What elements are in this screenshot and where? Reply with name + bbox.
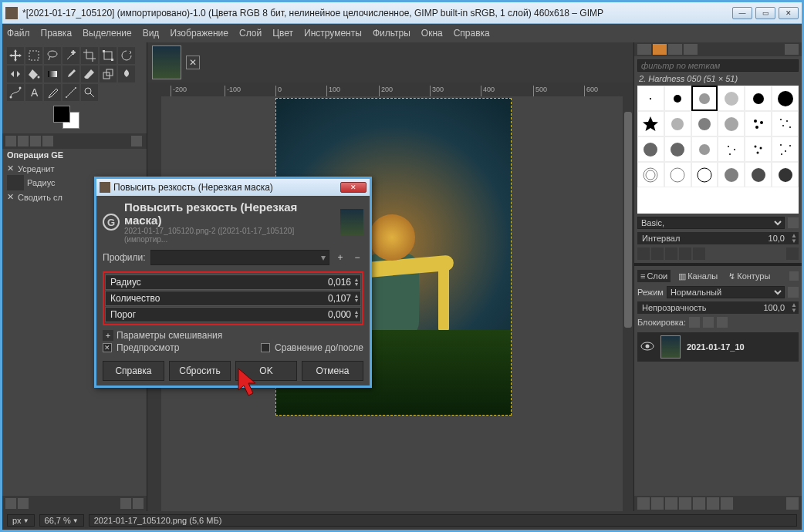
help-button[interactable]: Справка <box>103 361 164 381</box>
param-amount[interactable]: Количество 0,107 ▲▼ <box>105 291 361 306</box>
tool-gradient[interactable] <box>44 66 61 82</box>
brush-item[interactable] <box>772 162 799 187</box>
footer-icon[interactable] <box>18 498 29 509</box>
brush-item[interactable] <box>637 111 664 136</box>
tool-clone[interactable] <box>100 66 117 82</box>
mode-reset-icon[interactable] <box>788 287 799 298</box>
close-button[interactable]: ✕ <box>779 7 799 19</box>
eye-icon[interactable] <box>640 342 654 352</box>
tab-device-icon[interactable] <box>18 136 29 146</box>
tool-lasso[interactable] <box>44 47 61 64</box>
brush-item[interactable] <box>772 86 799 111</box>
brush-item[interactable] <box>637 136 664 162</box>
menu-windows[interactable]: Окна <box>421 28 443 39</box>
dialog-close-button[interactable]: ✕ <box>340 182 367 193</box>
tab-channels[interactable]: ▥ Каналы <box>675 270 721 283</box>
layer-down-icon[interactable] <box>679 497 691 510</box>
brush-item[interactable] <box>718 136 745 162</box>
brush-dup-icon[interactable] <box>665 247 677 260</box>
tab-menu-icon[interactable] <box>131 136 142 146</box>
param-threshold[interactable]: Порог 0,000 ▲▼ <box>105 307 361 322</box>
brush-item[interactable] <box>637 162 664 187</box>
tool-brush[interactable] <box>62 66 79 82</box>
brush-item[interactable] <box>772 111 799 136</box>
cancel-button[interactable]: Отмена <box>302 361 363 381</box>
brush-edit-icon[interactable] <box>637 247 650 260</box>
layer-up-icon[interactable] <box>665 497 677 510</box>
footer-icon[interactable] <box>133 498 144 509</box>
lock-alpha-icon[interactable] <box>717 317 728 328</box>
layer-dup-icon[interactable] <box>693 497 705 510</box>
image-tab-close[interactable]: ✕ <box>186 56 200 69</box>
tool-text[interactable]: A <box>25 84 42 101</box>
menu-file[interactable]: Файл <box>7 28 30 39</box>
menu-edit[interactable]: Правка <box>41 28 73 39</box>
brush-item[interactable] <box>691 86 718 111</box>
image-tab-thumb[interactable] <box>152 45 181 79</box>
brush-item[interactable] <box>691 111 718 136</box>
menu-filters[interactable]: Фильтры <box>373 28 410 39</box>
lock-pixels-icon[interactable] <box>689 317 700 328</box>
layer-row[interactable]: 2021-01-17_10 <box>637 332 799 362</box>
dialog-titlebar[interactable]: Повысить резкость (Нерезкая маска) ✕ <box>96 179 370 196</box>
tool-move[interactable] <box>7 47 24 64</box>
tool-picker[interactable] <box>44 84 61 101</box>
brush-item[interactable] <box>718 162 745 187</box>
layer-new-icon[interactable] <box>637 497 650 510</box>
color-swatches[interactable] <box>53 106 84 130</box>
menu-tools[interactable]: Инструменты <box>304 28 362 39</box>
tab-fonts-icon[interactable] <box>668 44 682 55</box>
tool-crop[interactable] <box>81 47 98 64</box>
brush-preset-select[interactable]: Basic, <box>637 217 785 229</box>
menu-layer[interactable]: Слой <box>239 28 262 39</box>
preview-checkbox[interactable] <box>103 343 112 352</box>
tab-images-icon[interactable] <box>42 136 53 146</box>
footer-icon[interactable] <box>5 498 16 509</box>
brush-item[interactable] <box>745 162 772 187</box>
brush-item[interactable] <box>664 136 691 162</box>
brush-item[interactable] <box>718 111 745 136</box>
brush-item[interactable] <box>664 162 691 187</box>
tab-paths[interactable]: ↯ Контуры <box>725 270 773 283</box>
brush-del-icon[interactable] <box>679 247 691 260</box>
menu-help[interactable]: Справка <box>454 28 490 39</box>
param-radius[interactable]: Радиус 0,016 ▲▼ <box>105 274 361 290</box>
layer-mask-icon[interactable] <box>721 497 733 510</box>
fg-color[interactable] <box>53 106 70 123</box>
undo-item[interactable]: ✕Усреднит <box>2 163 147 174</box>
tool-eraser[interactable] <box>81 66 98 82</box>
tab-tool-options-icon[interactable] <box>5 136 16 146</box>
tool-smudge[interactable] <box>118 66 135 82</box>
brush-item[interactable] <box>691 162 718 187</box>
brush-interval[interactable]: Интервал 10,0 ▲▼ <box>637 232 799 244</box>
menu-select[interactable]: Выделение <box>83 28 132 39</box>
layer-merge-icon[interactable] <box>707 497 719 510</box>
minimize-button[interactable]: — <box>732 7 752 19</box>
brush-refresh-icon[interactable] <box>693 247 705 260</box>
compare-checkbox[interactable] <box>261 343 270 352</box>
profile-remove-icon[interactable]: − <box>351 252 363 263</box>
brush-item[interactable] <box>691 136 718 162</box>
mode-select[interactable]: Нормальный <box>667 286 785 298</box>
brush-item[interactable] <box>745 136 772 162</box>
expand-blend-icon[interactable]: + <box>103 330 113 341</box>
tab-menu-icon[interactable] <box>785 44 799 55</box>
brush-item[interactable] <box>637 86 664 111</box>
tab-brushes-icon[interactable] <box>653 44 667 55</box>
tool-path[interactable] <box>7 84 24 101</box>
brush-item[interactable] <box>664 86 691 111</box>
tool-bucket[interactable] <box>25 66 42 82</box>
brush-open-icon[interactable] <box>786 247 799 260</box>
lock-position-icon[interactable] <box>703 317 714 328</box>
opacity-slider[interactable]: Непрозрачность 100,0 ▲▼ <box>637 301 799 314</box>
status-unit[interactable]: px ▼ <box>7 514 35 527</box>
tool-measure[interactable] <box>62 84 79 101</box>
tab-menu-icon[interactable] <box>789 271 799 281</box>
tool-transform[interactable] <box>100 47 117 64</box>
brush-item[interactable] <box>772 136 799 162</box>
brush-filter-input[interactable] <box>637 59 799 72</box>
reset-button[interactable]: Сбросить <box>169 361 231 381</box>
tab-layers[interactable]: ≡ Слои <box>637 270 671 282</box>
tool-flip[interactable] <box>7 66 24 82</box>
profile-add-icon[interactable]: + <box>334 252 346 263</box>
